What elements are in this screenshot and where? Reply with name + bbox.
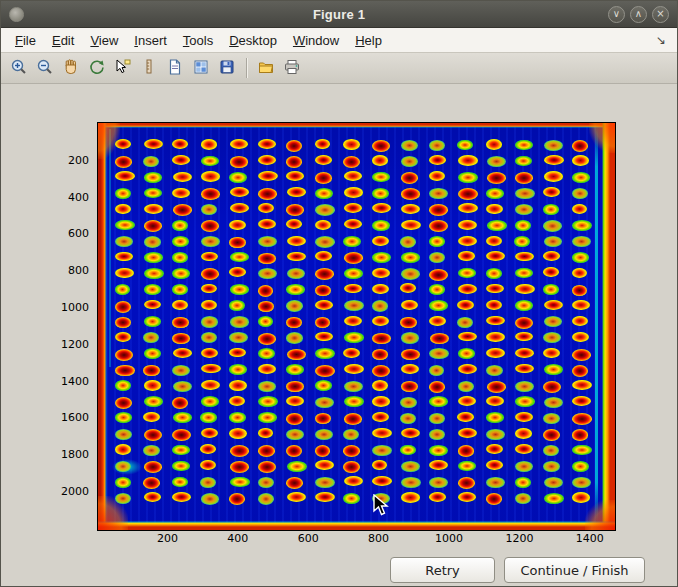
y-tick-label: 400 — [41, 191, 89, 204]
plate-spot — [201, 268, 219, 280]
plate-spot — [315, 477, 334, 488]
print-figure-button[interactable] — [280, 56, 304, 80]
plate-spot — [429, 220, 448, 232]
save-figure-button[interactable] — [215, 56, 239, 80]
menu-insert[interactable]: Insert — [126, 30, 175, 51]
menu-desktop[interactable]: Desktop — [221, 30, 285, 51]
plate-spot — [258, 301, 274, 313]
plate-spot — [286, 171, 304, 181]
plate-spot — [372, 140, 390, 152]
plate-spot — [343, 236, 360, 247]
plate-spot — [201, 428, 218, 438]
dock-arrow-icon[interactable]: ↘ — [651, 33, 671, 47]
plate-spot — [143, 445, 159, 456]
plate-spot — [429, 269, 448, 281]
plate-spot — [372, 396, 390, 406]
plate-spot — [543, 381, 561, 393]
plate-spot — [115, 332, 131, 342]
plate-spot — [144, 429, 162, 441]
data-cursor-button[interactable] — [111, 56, 135, 80]
menu-help[interactable]: Help — [347, 30, 390, 51]
plate-spot — [172, 397, 188, 409]
plate-spot — [144, 188, 163, 199]
rotate-3d-button[interactable] — [85, 56, 109, 80]
plot-browser-button[interactable] — [189, 56, 213, 80]
toolbar — [1, 53, 677, 84]
menu-window[interactable]: Window — [285, 30, 347, 51]
plate-spot — [115, 156, 132, 168]
menu-tools[interactable]: Tools — [175, 30, 221, 51]
plate-spot — [429, 252, 445, 263]
plate-spot — [229, 493, 245, 505]
plate-spot — [486, 412, 504, 423]
plate-spot — [572, 316, 588, 326]
plate-spot — [429, 477, 447, 488]
plate-spot — [372, 268, 390, 278]
open-file-button[interactable] — [254, 56, 278, 80]
plate-spot — [287, 187, 306, 197]
plate-spot — [515, 381, 534, 392]
plate-spot — [429, 316, 446, 326]
plate-spot — [372, 460, 388, 470]
plate-spot — [458, 155, 478, 165]
plate-spot — [230, 203, 250, 213]
plate-spot — [201, 188, 220, 200]
plate-spot — [515, 412, 533, 422]
zoom-in-button[interactable] — [7, 56, 31, 80]
plate-spot — [258, 219, 276, 229]
plate-spot — [144, 300, 161, 310]
plate-spot — [372, 252, 391, 263]
zoom-out-button[interactable] — [33, 56, 57, 80]
plate-spot — [515, 172, 533, 184]
plate-spot — [429, 348, 449, 359]
plate-spot — [486, 429, 504, 440]
plate-spot — [144, 172, 163, 183]
plate-spot — [401, 140, 418, 151]
menu-edit[interactable]: Edit — [44, 30, 82, 51]
plate-spot — [458, 284, 477, 294]
plate-spot — [543, 461, 560, 472]
plate-spot — [515, 493, 532, 504]
plate-spot — [115, 380, 131, 391]
window-menu-icon[interactable] — [9, 7, 24, 22]
plate-spot — [172, 429, 191, 441]
plate-spot — [173, 412, 192, 423]
plate-spot — [287, 492, 306, 502]
plate-spot — [258, 203, 274, 213]
close-button[interactable]: × — [652, 6, 669, 23]
menu-view[interactable]: View — [82, 30, 126, 51]
x-tick-label: 1400 — [568, 532, 612, 545]
plate-spot — [286, 381, 304, 393]
plate-spot — [372, 412, 389, 422]
continue-finish-button[interactable]: Continue / Finish — [504, 557, 645, 583]
menu-file[interactable]: File — [7, 30, 44, 51]
plate-spot — [486, 316, 504, 326]
plate-spot — [572, 492, 590, 502]
plate-spot — [515, 332, 533, 342]
plate-spot — [572, 300, 590, 310]
plate-spot — [457, 412, 473, 422]
plate-spot — [172, 155, 190, 165]
minimize-button[interactable]: ∨ — [608, 6, 625, 23]
edit-plot-button[interactable] — [137, 56, 161, 80]
plate-spot — [458, 268, 476, 279]
plate-spot — [258, 493, 274, 504]
pan-button[interactable] — [59, 56, 83, 80]
new-figure-button[interactable] — [163, 56, 187, 80]
plate-spot — [144, 461, 163, 473]
retry-button[interactable]: Retry — [390, 557, 495, 583]
plate-spot — [286, 477, 303, 489]
plate-spot — [286, 317, 302, 329]
plate-spot — [486, 204, 502, 214]
plate-edge-bottom — [98, 521, 615, 530]
plate-spot — [429, 204, 448, 216]
plate-spot — [286, 429, 303, 440]
maximize-button[interactable]: ∧ — [630, 6, 647, 23]
plate-image[interactable] — [97, 122, 616, 531]
plate-spot — [343, 461, 359, 473]
plate-spot — [230, 445, 249, 457]
plate-spot — [401, 252, 420, 263]
plate-spot — [572, 429, 589, 441]
plate-spot — [258, 253, 276, 265]
plate-spot — [144, 316, 161, 327]
